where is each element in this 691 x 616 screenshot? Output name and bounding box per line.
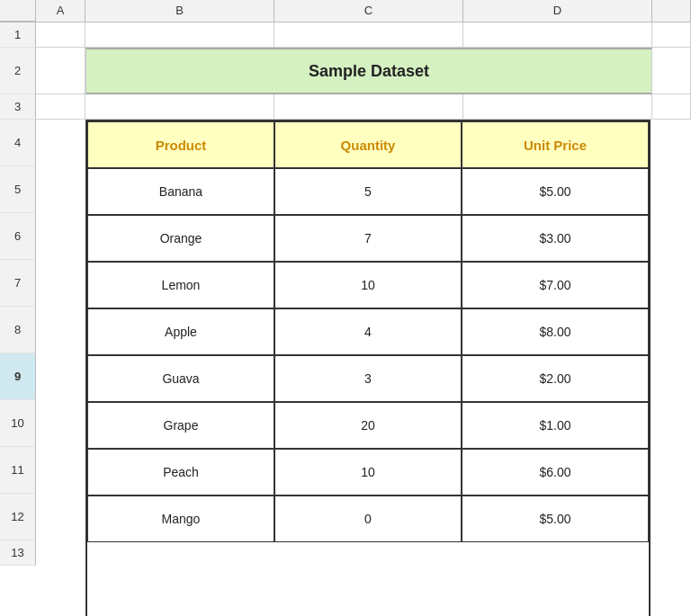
cell-unit-price: $5.00 xyxy=(462,168,649,215)
cell-3b xyxy=(85,94,274,120)
header-product-text: Product xyxy=(156,138,207,153)
row-num-3: 3 xyxy=(0,94,36,120)
grid-row-2: Sample Dataset xyxy=(36,48,691,94)
cell-quantity: 7 xyxy=(274,215,462,262)
row-num-1: 1 xyxy=(0,22,36,48)
data-rows-container: Banana 5 $5.00 Orange 7 $3.00 Lemon 10 $… xyxy=(87,168,649,542)
cell-product: Guava xyxy=(87,355,274,402)
grid-content: Sample Dataset Product xyxy=(36,22,691,616)
table-row: Guava 3 $2.00 xyxy=(87,355,649,402)
row-num-4: 4 xyxy=(0,120,36,166)
row-num-2: 2 xyxy=(0,48,36,94)
cell-unit-price: $3.00 xyxy=(462,215,649,262)
cell-3e xyxy=(652,94,691,120)
row-num-5: 5 xyxy=(0,166,36,213)
cell-1a xyxy=(36,22,85,48)
col-header-e xyxy=(652,0,691,22)
cell-col-a xyxy=(36,120,85,616)
row-num-12: 12 xyxy=(0,494,36,540)
cell-1e xyxy=(652,22,691,48)
grid-row-1 xyxy=(36,22,691,48)
header-unit-price-text: Unit Price xyxy=(524,138,587,153)
table-row: Peach 10 $6.00 xyxy=(87,449,649,495)
cell-unit-price: $2.00 xyxy=(462,355,649,402)
col-header-a: A xyxy=(36,0,85,22)
cell-1b xyxy=(85,22,274,48)
table-row: Orange 7 $3.00 xyxy=(87,215,649,262)
cell-quantity: 0 xyxy=(274,495,462,542)
row-num-9: 9 xyxy=(0,353,36,400)
cell-product: Peach xyxy=(87,449,274,495)
cell-quantity: 20 xyxy=(274,402,462,449)
cell-product: Grape xyxy=(87,402,274,449)
cell-quantity: 10 xyxy=(274,449,462,495)
col-header-d: D xyxy=(463,0,652,22)
cell-quantity: 10 xyxy=(274,262,462,308)
header-quantity-text: Quantity xyxy=(341,138,396,153)
column-headers: A B C D xyxy=(0,0,691,22)
col-header-product: Product xyxy=(87,121,274,168)
row-num-13: 13 xyxy=(0,540,36,566)
col-header-c: C xyxy=(274,0,463,22)
table-row: Apple 4 $8.00 xyxy=(87,308,649,355)
data-table: Product Quantity Unit Price Banana 5 $5.… xyxy=(85,120,651,616)
cell-product: Mango xyxy=(87,495,274,542)
row-num-11: 11 xyxy=(0,447,36,494)
cell-product: Orange xyxy=(87,215,274,262)
cell-unit-price: $1.00 xyxy=(462,402,649,449)
table-row: Grape 20 $1.00 xyxy=(87,402,649,449)
table-row: Lemon 10 $7.00 xyxy=(87,262,649,308)
row-numbers: 1 2 3 4 5 6 7 8 9 10 11 12 13 xyxy=(0,22,36,616)
corner-cell xyxy=(0,0,36,22)
cell-3d xyxy=(463,94,652,120)
col-header-b: B xyxy=(85,0,274,22)
cell-quantity: 5 xyxy=(274,168,462,215)
cell-quantity: 3 xyxy=(274,355,462,402)
table-row: Banana 5 $5.00 xyxy=(87,168,649,215)
spreadsheet: A B C D 1 2 3 4 5 6 7 8 9 10 11 12 13 xyxy=(0,0,691,616)
cell-1c xyxy=(274,22,463,48)
sheet-body: 1 2 3 4 5 6 7 8 9 10 11 12 13 xyxy=(0,22,691,616)
cell-2e xyxy=(652,48,691,94)
title-text: Sample Dataset xyxy=(309,62,429,81)
grid-row-3 xyxy=(36,94,691,120)
col-header-unit-price: Unit Price xyxy=(462,121,649,168)
cell-col-e xyxy=(651,120,689,616)
cell-unit-price: $8.00 xyxy=(462,308,649,355)
cell-2a xyxy=(36,48,85,94)
row-num-6: 6 xyxy=(0,213,36,260)
cell-product: Banana xyxy=(87,168,274,215)
cell-product: Lemon xyxy=(87,262,274,308)
table-header-row: Product Quantity Unit Price xyxy=(87,121,649,168)
table-row: Mango 0 $5.00 xyxy=(87,495,649,542)
cell-unit-price: $7.00 xyxy=(462,262,649,308)
cell-1d xyxy=(463,22,652,48)
cell-3c xyxy=(274,94,463,120)
cell-product: Apple xyxy=(87,308,274,355)
cell-quantity: 4 xyxy=(274,308,462,355)
row-num-10: 10 xyxy=(0,400,36,447)
cell-3a xyxy=(36,94,85,120)
col-header-quantity: Quantity xyxy=(274,121,462,168)
cell-unit-price: $6.00 xyxy=(462,449,649,495)
table-area: Product Quantity Unit Price Banana 5 $5.… xyxy=(36,120,691,616)
title-cell: Sample Dataset xyxy=(85,48,652,94)
row-num-7: 7 xyxy=(0,260,36,307)
row-num-8: 8 xyxy=(0,307,36,353)
cell-unit-price: $5.00 xyxy=(462,495,649,542)
